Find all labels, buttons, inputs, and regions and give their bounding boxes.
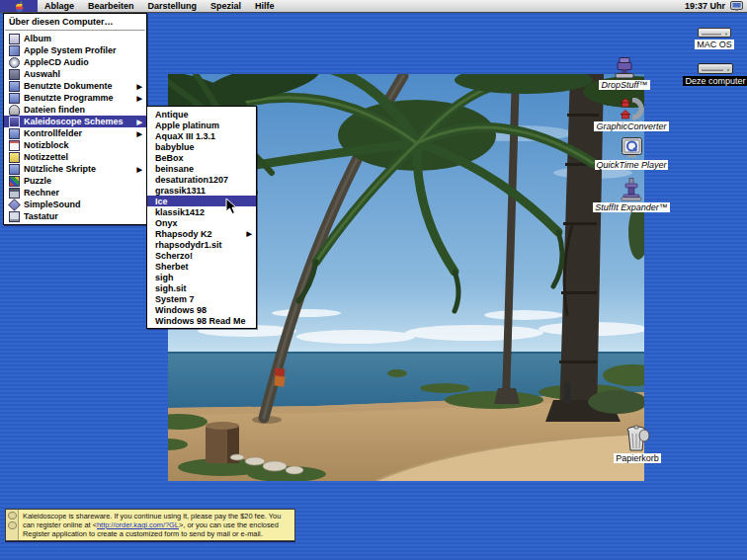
- desktop-icon-label: MAC OS: [695, 40, 734, 49]
- submenu-item-sigh[interactable]: sigh: [147, 272, 256, 282]
- menu-item-benutzte-programme[interactable]: Benutzte Programme▶: [4, 92, 146, 104]
- menu-title-hilfe[interactable]: Hilfe: [248, 0, 282, 12]
- submenu-item-system-7[interactable]: System 7: [147, 293, 256, 304]
- submenu-item-grassik1311[interactable]: grassik1311: [147, 185, 256, 196]
- desktop-icon-papierkorb[interactable]: Papierkorb: [609, 425, 666, 463]
- application-switcher-icon[interactable]: [730, 1, 743, 11]
- menu-item-auswahl[interactable]: Auswahl: [4, 68, 146, 80]
- menu-item-label: Über diesen Computer…: [9, 17, 114, 27]
- submenu-item-label: klassik1412: [155, 207, 205, 217]
- submenu-item-beinsane[interactable]: beinsane: [147, 163, 256, 174]
- desktop-icon-graphicconverter[interactable]: GraphicConverter: [599, 98, 664, 131]
- menu-item-kontrollfelder[interactable]: Kontrollfelder▶: [4, 127, 146, 139]
- find-file-icon: [9, 105, 20, 116]
- desktop-screen: Ablage Bearbeiten Darstellung Spezial Hi…: [0, 0, 747, 560]
- menu-title-label: Spezial: [210, 1, 241, 11]
- kagi-register-link[interactable]: http://order.kagi.com/?GL: [97, 520, 179, 529]
- menu-title-label: Bearbeiten: [88, 1, 134, 11]
- menu-item-label: Puzzle: [24, 176, 51, 186]
- hard-disk-icon: [698, 62, 733, 75]
- submenu-item-ice[interactable]: Ice: [147, 196, 256, 206]
- apple-menu: Über diesen Computer… Album Apple System…: [3, 13, 147, 225]
- menu-item-kaleidoscope-schemes[interactable]: Kaleidoscope Schemes▶: [4, 116, 146, 127]
- submenu-item-label: sigh.sit: [155, 283, 187, 293]
- menu-title-bearbeiten[interactable]: Bearbeiten: [81, 0, 141, 12]
- submenu-arrow-icon: ▶: [137, 119, 142, 125]
- submenu-item-sigh-sit[interactable]: sigh.sit: [147, 282, 256, 293]
- submenu-item-aquax-iii[interactable]: AquaX III 1.3.1: [147, 130, 256, 141]
- menu-title-darstellung[interactable]: Darstellung: [141, 0, 205, 12]
- menu-item-label: AppleCD Audio: [24, 57, 89, 67]
- menu-item-label: Album: [24, 34, 51, 43]
- menu-item-applecd-audio[interactable]: AppleCD Audio: [4, 56, 146, 68]
- mouse-cursor-arrow: [225, 198, 237, 215]
- quicktime-icon: [621, 136, 643, 159]
- menu-item-simplesound[interactable]: SimpleSound: [4, 199, 146, 210]
- submenu-item-label: Onyx: [155, 218, 178, 228]
- submenu-item-rhapsody-k2[interactable]: Rhapsody K2▶: [147, 228, 256, 239]
- submenu-arrow-icon: ▶: [137, 130, 142, 137]
- menu-item-benutzte-dokumente[interactable]: Benutzte Dokumente▶: [4, 80, 146, 92]
- menu-item-dateien-finden[interactable]: Dateien finden: [4, 104, 146, 116]
- apple-menu-title[interactable]: [0, 0, 38, 12]
- desktop-icon-label: StuffIt Expander™: [593, 202, 670, 212]
- desktop-icon-label: Papierkorb: [614, 453, 661, 463]
- submenu-item-klassik1412[interactable]: klassik1412: [147, 206, 256, 217]
- submenu-item-desaturation1207[interactable]: desaturation1207: [147, 174, 256, 185]
- menu-item-label: SimpleSound: [24, 200, 81, 209]
- menu-item-label: Dateien finden: [24, 105, 85, 115]
- submenu-item-label: grassik1311: [155, 186, 206, 196]
- menu-item-apple-system-profiler[interactable]: Apple System Profiler: [4, 44, 146, 56]
- menu-bar: Ablage Bearbeiten Darstellung Spezial Hi…: [0, 0, 747, 13]
- submenu-item-windows-98-read-me[interactable]: Windows 98 Read Me: [147, 315, 256, 326]
- menu-item-label: Rechner: [24, 188, 59, 198]
- menu-item-notizzettel[interactable]: Notizzettel: [4, 151, 146, 163]
- desktop-icon-label: GraphicConverter: [594, 121, 668, 131]
- desktop-icon-stuffit-expander[interactable]: StuffIt Expander™: [597, 178, 666, 212]
- desktop-icon-deze-computer[interactable]: Deze computer: [688, 62, 743, 86]
- stuffit-expander-icon: [620, 178, 643, 201]
- submenu-item-label: Antique: [155, 110, 189, 120]
- submenu-item-bebox[interactable]: BeBox: [147, 152, 256, 163]
- menu-item-label: Notizblock: [24, 140, 69, 150]
- desktop-icon-mac-os[interactable]: MAC OS: [690, 27, 739, 49]
- profiler-icon: [9, 45, 20, 56]
- notice-oval-button[interactable]: [8, 512, 17, 520]
- menu-item-tastatur[interactable]: Tastatur: [4, 210, 146, 222]
- submenu-item-label: Rhapsody K2: [155, 229, 212, 239]
- submenu-item-onyx[interactable]: Onyx: [147, 217, 256, 228]
- notice-widget-strip: [6, 510, 19, 540]
- submenu-item-windows-98[interactable]: Windows 98: [147, 304, 256, 315]
- submenu-item-scherzo[interactable]: Scherzo!: [147, 250, 256, 261]
- kaleidoscope-schemes-submenu: Antique Apple platinum AquaX III 1.3.1 b…: [146, 106, 257, 329]
- submenu-item-apple-platinum[interactable]: Apple platinum: [147, 120, 256, 130]
- trash-icon: [624, 425, 651, 452]
- notice-oval-button[interactable]: [8, 521, 17, 529]
- menu-bar-clock[interactable]: 19:37 Uhr: [685, 1, 725, 11]
- submenu-item-antique[interactable]: Antique: [147, 109, 256, 120]
- menu-item-about-this-computer[interactable]: Über diesen Computer…: [4, 16, 146, 28]
- notice-text: Kaleidoscope is shareware. If you contin…: [19, 510, 294, 540]
- submenu-item-label: BeBox: [155, 153, 184, 163]
- submenu-item-label: Sherbet: [155, 262, 189, 272]
- menu-item-notizblock[interactable]: Notizblock: [4, 139, 146, 151]
- submenu-item-sherbet[interactable]: Sherbet: [147, 261, 256, 272]
- dropstuff-icon: [613, 57, 636, 79]
- submenu-item-rhapsodydr1[interactable]: rhapsodydr1.sit: [147, 239, 256, 250]
- menu-item-album[interactable]: Album: [4, 33, 146, 44]
- menu-item-puzzle[interactable]: Puzzle: [4, 175, 146, 187]
- menu-title-ablage[interactable]: Ablage: [38, 0, 81, 12]
- menu-item-label: Notizzettel: [24, 152, 68, 162]
- menu-title-label: Ablage: [44, 1, 74, 11]
- desktop-icon-quicktime-player[interactable]: QuickTime Player: [599, 136, 664, 170]
- apple-rainbow-icon: [15, 1, 24, 12]
- submenu-item-label: Apple platinum: [155, 120, 219, 130]
- menu-item-rechner[interactable]: Rechner: [4, 187, 146, 199]
- menu-title-spezial[interactable]: Spezial: [204, 0, 248, 12]
- menu-item-nuetzliche-skripte[interactable]: Nützliche Skripte▶: [4, 163, 146, 175]
- recent-programs-folder-icon: [9, 93, 20, 104]
- desktop-icon-dropstuff[interactable]: DropStuff™: [594, 57, 655, 90]
- submenu-item-label: Ice: [155, 197, 168, 206]
- menu-separator: [5, 30, 145, 31]
- submenu-item-babyblue[interactable]: babyblue: [147, 141, 256, 152]
